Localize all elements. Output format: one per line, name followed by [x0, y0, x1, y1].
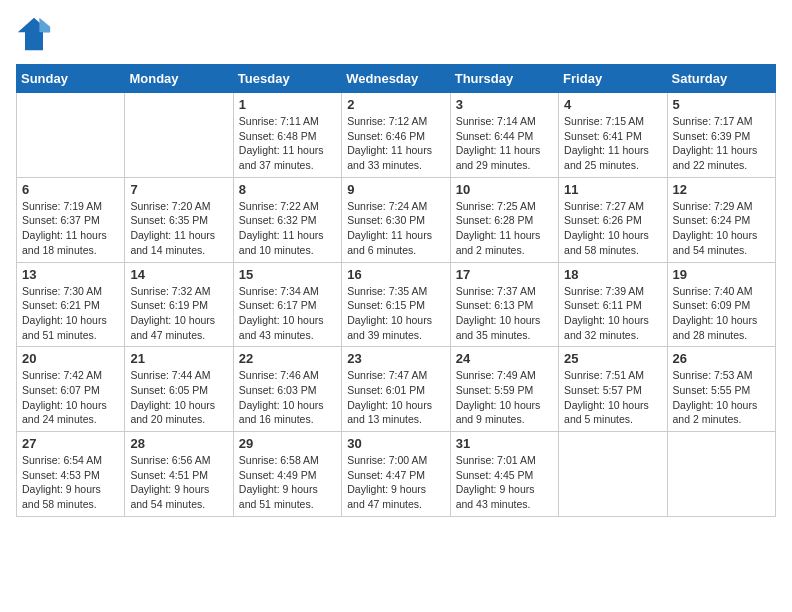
day-number: 1: [239, 97, 336, 112]
calendar-day-header: Thursday: [450, 65, 558, 93]
day-info: Sunrise: 7:44 AM Sunset: 6:05 PM Dayligh…: [130, 368, 227, 427]
day-info: Sunrise: 6:58 AM Sunset: 4:49 PM Dayligh…: [239, 453, 336, 512]
calendar-cell: 2Sunrise: 7:12 AM Sunset: 6:46 PM Daylig…: [342, 93, 450, 178]
day-number: 18: [564, 267, 661, 282]
day-number: 4: [564, 97, 661, 112]
calendar-cell: 9Sunrise: 7:24 AM Sunset: 6:30 PM Daylig…: [342, 177, 450, 262]
day-number: 20: [22, 351, 119, 366]
calendar-day-header: Sunday: [17, 65, 125, 93]
calendar-body: 1Sunrise: 7:11 AM Sunset: 6:48 PM Daylig…: [17, 93, 776, 517]
calendar-cell: 20Sunrise: 7:42 AM Sunset: 6:07 PM Dayli…: [17, 347, 125, 432]
calendar-cell: 8Sunrise: 7:22 AM Sunset: 6:32 PM Daylig…: [233, 177, 341, 262]
calendar-week-row: 6Sunrise: 7:19 AM Sunset: 6:37 PM Daylig…: [17, 177, 776, 262]
day-info: Sunrise: 7:42 AM Sunset: 6:07 PM Dayligh…: [22, 368, 119, 427]
calendar-cell: [17, 93, 125, 178]
day-info: Sunrise: 7:34 AM Sunset: 6:17 PM Dayligh…: [239, 284, 336, 343]
day-info: Sunrise: 7:32 AM Sunset: 6:19 PM Dayligh…: [130, 284, 227, 343]
day-number: 25: [564, 351, 661, 366]
calendar-cell: 22Sunrise: 7:46 AM Sunset: 6:03 PM Dayli…: [233, 347, 341, 432]
day-number: 21: [130, 351, 227, 366]
calendar-cell: 13Sunrise: 7:30 AM Sunset: 6:21 PM Dayli…: [17, 262, 125, 347]
page-header: [16, 16, 776, 52]
calendar-day-header: Tuesday: [233, 65, 341, 93]
day-info: Sunrise: 7:25 AM Sunset: 6:28 PM Dayligh…: [456, 199, 553, 258]
calendar-cell: 5Sunrise: 7:17 AM Sunset: 6:39 PM Daylig…: [667, 93, 775, 178]
day-info: Sunrise: 7:22 AM Sunset: 6:32 PM Dayligh…: [239, 199, 336, 258]
logo-icon: [16, 16, 52, 52]
day-info: Sunrise: 7:12 AM Sunset: 6:46 PM Dayligh…: [347, 114, 444, 173]
calendar-cell: 21Sunrise: 7:44 AM Sunset: 6:05 PM Dayli…: [125, 347, 233, 432]
day-number: 14: [130, 267, 227, 282]
day-info: Sunrise: 7:40 AM Sunset: 6:09 PM Dayligh…: [673, 284, 770, 343]
calendar-cell: 3Sunrise: 7:14 AM Sunset: 6:44 PM Daylig…: [450, 93, 558, 178]
day-number: 16: [347, 267, 444, 282]
calendar-cell: 29Sunrise: 6:58 AM Sunset: 4:49 PM Dayli…: [233, 432, 341, 517]
calendar-cell: 19Sunrise: 7:40 AM Sunset: 6:09 PM Dayli…: [667, 262, 775, 347]
calendar-cell: 23Sunrise: 7:47 AM Sunset: 6:01 PM Dayli…: [342, 347, 450, 432]
day-info: Sunrise: 6:54 AM Sunset: 4:53 PM Dayligh…: [22, 453, 119, 512]
calendar-cell: 26Sunrise: 7:53 AM Sunset: 5:55 PM Dayli…: [667, 347, 775, 432]
day-number: 3: [456, 97, 553, 112]
calendar-cell: 16Sunrise: 7:35 AM Sunset: 6:15 PM Dayli…: [342, 262, 450, 347]
day-number: 9: [347, 182, 444, 197]
calendar-cell: [125, 93, 233, 178]
day-number: 11: [564, 182, 661, 197]
calendar-cell: 11Sunrise: 7:27 AM Sunset: 6:26 PM Dayli…: [559, 177, 667, 262]
day-number: 29: [239, 436, 336, 451]
day-info: Sunrise: 7:17 AM Sunset: 6:39 PM Dayligh…: [673, 114, 770, 173]
day-number: 7: [130, 182, 227, 197]
day-number: 13: [22, 267, 119, 282]
calendar-week-row: 13Sunrise: 7:30 AM Sunset: 6:21 PM Dayli…: [17, 262, 776, 347]
calendar-cell: 18Sunrise: 7:39 AM Sunset: 6:11 PM Dayli…: [559, 262, 667, 347]
calendar-cell: 1Sunrise: 7:11 AM Sunset: 6:48 PM Daylig…: [233, 93, 341, 178]
day-info: Sunrise: 7:14 AM Sunset: 6:44 PM Dayligh…: [456, 114, 553, 173]
calendar-day-header: Monday: [125, 65, 233, 93]
calendar-cell: 7Sunrise: 7:20 AM Sunset: 6:35 PM Daylig…: [125, 177, 233, 262]
day-number: 17: [456, 267, 553, 282]
day-number: 15: [239, 267, 336, 282]
calendar-week-row: 1Sunrise: 7:11 AM Sunset: 6:48 PM Daylig…: [17, 93, 776, 178]
day-number: 5: [673, 97, 770, 112]
calendar-cell: 27Sunrise: 6:54 AM Sunset: 4:53 PM Dayli…: [17, 432, 125, 517]
calendar-day-header: Saturday: [667, 65, 775, 93]
calendar-day-header: Friday: [559, 65, 667, 93]
calendar-cell: 10Sunrise: 7:25 AM Sunset: 6:28 PM Dayli…: [450, 177, 558, 262]
day-info: Sunrise: 7:46 AM Sunset: 6:03 PM Dayligh…: [239, 368, 336, 427]
calendar-cell: [559, 432, 667, 517]
calendar-week-row: 27Sunrise: 6:54 AM Sunset: 4:53 PM Dayli…: [17, 432, 776, 517]
day-number: 19: [673, 267, 770, 282]
calendar-cell: 12Sunrise: 7:29 AM Sunset: 6:24 PM Dayli…: [667, 177, 775, 262]
calendar-cell: 28Sunrise: 6:56 AM Sunset: 4:51 PM Dayli…: [125, 432, 233, 517]
day-info: Sunrise: 7:47 AM Sunset: 6:01 PM Dayligh…: [347, 368, 444, 427]
calendar-cell: 30Sunrise: 7:00 AM Sunset: 4:47 PM Dayli…: [342, 432, 450, 517]
calendar-cell: [667, 432, 775, 517]
calendar-cell: 15Sunrise: 7:34 AM Sunset: 6:17 PM Dayli…: [233, 262, 341, 347]
day-number: 24: [456, 351, 553, 366]
calendar-cell: 25Sunrise: 7:51 AM Sunset: 5:57 PM Dayli…: [559, 347, 667, 432]
day-number: 10: [456, 182, 553, 197]
day-info: Sunrise: 7:20 AM Sunset: 6:35 PM Dayligh…: [130, 199, 227, 258]
svg-marker-0: [18, 18, 50, 50]
day-number: 23: [347, 351, 444, 366]
calendar-day-header: Wednesday: [342, 65, 450, 93]
day-info: Sunrise: 7:27 AM Sunset: 6:26 PM Dayligh…: [564, 199, 661, 258]
calendar-table: SundayMondayTuesdayWednesdayThursdayFrid…: [16, 64, 776, 517]
calendar-week-row: 20Sunrise: 7:42 AM Sunset: 6:07 PM Dayli…: [17, 347, 776, 432]
day-info: Sunrise: 7:15 AM Sunset: 6:41 PM Dayligh…: [564, 114, 661, 173]
calendar-cell: 14Sunrise: 7:32 AM Sunset: 6:19 PM Dayli…: [125, 262, 233, 347]
day-info: Sunrise: 7:00 AM Sunset: 4:47 PM Dayligh…: [347, 453, 444, 512]
day-info: Sunrise: 7:51 AM Sunset: 5:57 PM Dayligh…: [564, 368, 661, 427]
day-number: 22: [239, 351, 336, 366]
day-info: Sunrise: 7:39 AM Sunset: 6:11 PM Dayligh…: [564, 284, 661, 343]
calendar-cell: 4Sunrise: 7:15 AM Sunset: 6:41 PM Daylig…: [559, 93, 667, 178]
day-info: Sunrise: 7:49 AM Sunset: 5:59 PM Dayligh…: [456, 368, 553, 427]
day-number: 30: [347, 436, 444, 451]
logo: [16, 16, 56, 52]
day-number: 2: [347, 97, 444, 112]
day-info: Sunrise: 7:19 AM Sunset: 6:37 PM Dayligh…: [22, 199, 119, 258]
calendar-cell: 31Sunrise: 7:01 AM Sunset: 4:45 PM Dayli…: [450, 432, 558, 517]
day-info: Sunrise: 7:37 AM Sunset: 6:13 PM Dayligh…: [456, 284, 553, 343]
day-number: 28: [130, 436, 227, 451]
calendar-cell: 17Sunrise: 7:37 AM Sunset: 6:13 PM Dayli…: [450, 262, 558, 347]
day-info: Sunrise: 7:35 AM Sunset: 6:15 PM Dayligh…: [347, 284, 444, 343]
